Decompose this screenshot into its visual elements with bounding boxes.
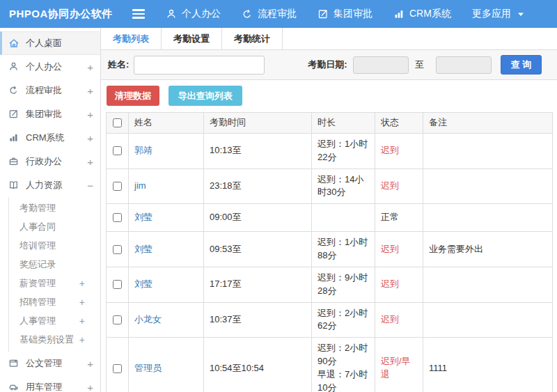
expand-indicator[interactable]: +	[87, 85, 93, 97]
expand-indicator[interactable]: +	[79, 315, 85, 327]
sidebar-subitem-base-category-settings[interactable]: 基础类别设置 +	[9, 330, 100, 349]
sidebar-item-personal-desktop[interactable]: 个人桌面	[0, 31, 100, 55]
date-from-input[interactable]	[353, 56, 409, 74]
document-icon	[8, 358, 19, 369]
employee-name-link[interactable]: 小龙女	[134, 314, 162, 324]
query-button[interactable]: 查 询	[501, 55, 542, 75]
hr-submenu: 考勤管理 人事合同 培训管理 奖惩记录 薪资管理 + 招聘管理 +	[8, 197, 100, 352]
sidebar-subitem-label: 人事管理	[19, 315, 56, 327]
expand-indicator[interactable]: +	[79, 334, 85, 345]
expand-indicator[interactable]: +	[87, 382, 93, 392]
expand-indicator[interactable]: +	[87, 109, 93, 120]
sidebar-item-group-approval[interactable]: 集团审批 +	[0, 102, 100, 126]
edit-icon	[317, 8, 329, 19]
expand-indicator[interactable]: +	[87, 358, 93, 370]
briefcase-icon	[8, 156, 19, 167]
search-bar: 姓名: 考勤日期: 至 查 询	[101, 50, 557, 80]
col-header-name: 姓名	[129, 113, 204, 134]
expand-indicator[interactable]: +	[79, 297, 85, 308]
table-row: 郭靖 10:13至 迟到：1小时22分 迟到	[107, 133, 553, 168]
sidebar-subitem-personnel-management[interactable]: 人事管理 +	[9, 311, 100, 330]
car-icon	[8, 382, 19, 392]
nav-more-apps[interactable]: 更多应用	[472, 8, 524, 20]
nav-label: 集团审批	[334, 8, 372, 20]
sidebar-item-admin-office[interactable]: 行政办公 +	[0, 150, 100, 173]
sidebar-item-personal-office[interactable]: 个人办公 +	[0, 55, 100, 79]
attendance-date-label: 考勤日期:	[308, 58, 347, 71]
sidebar-item-vehicle-management[interactable]: 用车管理 +	[0, 375, 100, 392]
expand-indicator[interactable]: +	[79, 278, 85, 289]
user-icon	[166, 8, 177, 19]
expand-indicator[interactable]: +	[87, 61, 93, 73]
sidebar-item-label: 行政办公	[26, 155, 62, 168]
table-row: 刘莹 09:00至 正常	[107, 204, 553, 232]
name-search-input[interactable]	[134, 56, 265, 75]
row-checkbox[interactable]	[113, 146, 122, 155]
row-checkbox[interactable]	[113, 364, 122, 373]
late-duration: 迟到：2小时62分	[317, 307, 369, 334]
sidebar-subitem-hr-contract[interactable]: 人事合同	[9, 217, 100, 236]
status-text: 迟到	[375, 267, 423, 302]
duration-cell: 迟到：1小时88分	[312, 232, 375, 267]
sidebar-subitem-label: 招聘管理	[19, 296, 56, 308]
status-text: 迟到	[375, 168, 423, 204]
date-to-input[interactable]	[436, 56, 492, 74]
employee-name-link[interactable]: 刘莹	[134, 212, 152, 222]
late-duration: 迟到：9小时28分	[317, 272, 369, 298]
employee-name-link[interactable]: 郭靖	[134, 145, 152, 155]
sidebar-item-human-resources[interactable]: 人力资源 −	[0, 173, 100, 197]
row-checkbox[interactable]	[113, 280, 122, 289]
nav-personal-office[interactable]: 个人办公	[166, 8, 221, 20]
employee-name-link[interactable]: jim	[134, 180, 146, 191]
table-row: 管理员 10:54至10:54 迟到：2小时90分早退：7小时10分 迟到/早退…	[107, 338, 553, 392]
sidebar-subitem-label: 考勤管理	[19, 202, 56, 214]
late-duration: 迟到：2小时90分	[317, 342, 369, 368]
sidebar-item-label: 流程审批	[26, 84, 62, 97]
expand-indicator[interactable]: +	[87, 156, 93, 168]
duration-cell: 迟到：2小时90分早退：7小时10分	[312, 338, 375, 392]
employee-name-link[interactable]: 刘莹	[134, 244, 152, 254]
tab-attendance-statistics[interactable]: 考勤统计	[222, 28, 283, 49]
late-duration: 迟到：1小时22分	[317, 138, 369, 164]
employee-name-link[interactable]: 刘莹	[134, 279, 152, 289]
sidebar-subitem-attendance-management[interactable]: 考勤管理	[9, 198, 100, 217]
main-area: 考勤列表 考勤设置 考勤统计 姓名: 考勤日期: 至 查 询 清理数据 导出查询…	[101, 28, 557, 392]
clean-data-button[interactable]: 清理数据	[107, 86, 159, 106]
nav-group-approval[interactable]: 集团审批	[317, 8, 372, 20]
expand-indicator[interactable]: +	[87, 132, 93, 144]
export-list-button[interactable]: 导出查询列表	[168, 86, 242, 106]
sidebar-subitem-label: 人事合同	[19, 221, 56, 233]
sidebar-item-label: 用车管理	[26, 381, 62, 392]
sidebar-item-crm-system[interactable]: CRM系统 +	[0, 126, 100, 150]
row-checkbox[interactable]	[113, 315, 122, 324]
note-text: 业务需要外出	[423, 232, 553, 267]
row-checkbox[interactable]	[113, 245, 122, 254]
tab-attendance-list[interactable]: 考勤列表	[101, 28, 162, 49]
hamburger-menu-icon[interactable]	[132, 7, 146, 21]
tab-attendance-settings[interactable]: 考勤设置	[162, 28, 222, 49]
status-text: 迟到	[375, 133, 423, 168]
table-row: 刘莹 09:53至 迟到：1小时88分 迟到 业务需要外出	[107, 232, 553, 267]
sidebar-subitem-reward-punishment[interactable]: 奖惩记录	[9, 255, 100, 274]
sidebar-item-document-management[interactable]: 公文管理 +	[0, 352, 100, 375]
col-header-time: 考勤时间	[204, 113, 312, 134]
sidebar-subitem-recruitment-management[interactable]: 招聘管理 +	[9, 292, 100, 311]
book-icon	[8, 180, 19, 191]
attendance-table: 姓名 考勤时间 时长 状态 备注 郭靖 10:13至 迟到：1小时22分 迟到	[106, 112, 553, 392]
note-text	[423, 204, 553, 232]
sidebar-item-process-approval[interactable]: 流程审批 +	[0, 79, 100, 102]
employee-name-link[interactable]: 管理员	[134, 363, 162, 373]
nav-process-approval[interactable]: 流程审批	[242, 8, 297, 20]
note-text	[423, 267, 553, 302]
sidebar-subitem-salary-management[interactable]: 薪资管理 +	[9, 274, 100, 292]
table-header-row: 姓名 考勤时间 时长 状态 备注	[107, 113, 553, 134]
sidebar-subitem-label: 基础类别设置	[19, 334, 74, 346]
nav-crm-system[interactable]: CRM系统	[393, 8, 451, 20]
sidebar-subitem-training-management[interactable]: 培训管理	[9, 236, 100, 255]
row-checkbox[interactable]	[113, 182, 122, 191]
collapse-indicator[interactable]: −	[87, 180, 93, 191]
select-all-checkbox[interactable]	[113, 118, 122, 127]
process-icon	[242, 8, 253, 19]
row-checkbox[interactable]	[113, 213, 122, 222]
nav-label: 更多应用	[472, 8, 511, 20]
